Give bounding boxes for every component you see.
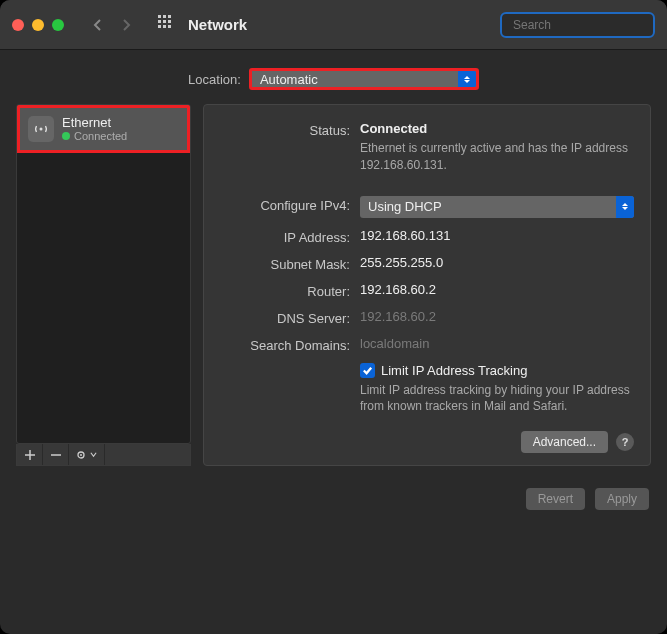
svg-rect-2: [168, 15, 171, 18]
revert-button[interactable]: Revert: [526, 488, 585, 510]
limit-ip-tracking-label: Limit IP Address Tracking: [381, 363, 527, 378]
check-icon: [362, 365, 373, 376]
window-footer: Revert Apply: [0, 478, 667, 510]
svg-rect-8: [168, 25, 171, 28]
svg-rect-5: [168, 20, 171, 23]
svg-rect-3: [158, 20, 161, 23]
svg-rect-7: [163, 25, 166, 28]
window-controls: [12, 19, 64, 31]
router-value: 192.168.60.2: [360, 282, 634, 297]
show-all-button[interactable]: [158, 15, 174, 34]
sidebar: Ethernet Connected: [16, 104, 191, 466]
sidebar-footer: [16, 444, 191, 466]
chevron-updown-icon: [458, 71, 476, 87]
ip-address-label: IP Address:: [220, 228, 350, 245]
search-field[interactable]: [500, 12, 655, 38]
subnet-mask-value: 255.255.255.0: [360, 255, 634, 270]
back-button[interactable]: [88, 15, 108, 35]
ip-address-value: 192.168.60.131: [360, 228, 634, 243]
connection-list[interactable]: Ethernet Connected: [16, 104, 191, 444]
forward-button[interactable]: [116, 15, 136, 35]
status-value: Connected: [360, 121, 427, 136]
connection-status: Connected: [62, 130, 127, 142]
help-button[interactable]: ?: [616, 433, 634, 451]
svg-point-13: [80, 454, 82, 456]
apply-button[interactable]: Apply: [595, 488, 649, 510]
network-preferences-window: Network Location: Automatic: [0, 0, 667, 634]
svg-rect-0: [158, 15, 161, 18]
connection-actions-button[interactable]: [69, 444, 105, 465]
limit-ip-tracking-description: Limit IP address tracking by hiding your…: [360, 382, 634, 416]
status-description: Ethernet is currently active and has the…: [360, 140, 634, 174]
status-dot-icon: [62, 132, 70, 140]
minimize-button[interactable]: [32, 19, 44, 31]
location-label: Location:: [188, 72, 241, 87]
connection-name: Ethernet: [62, 116, 127, 130]
zoom-button[interactable]: [52, 19, 64, 31]
search-domains-value: localdomain: [360, 336, 634, 351]
location-select[interactable]: Automatic: [249, 68, 479, 90]
chevron-updown-icon: [616, 196, 634, 218]
svg-rect-4: [163, 20, 166, 23]
search-domains-label: Search Domains:: [220, 336, 350, 353]
details-panel: Status: Connected Ethernet is currently …: [203, 104, 651, 466]
search-input[interactable]: [513, 18, 663, 32]
chevron-down-icon: [90, 451, 97, 458]
titlebar: Network: [0, 0, 667, 50]
add-connection-button[interactable]: [17, 444, 43, 465]
location-value: Automatic: [260, 72, 318, 87]
dns-server-value: 192.168.60.2: [360, 309, 634, 324]
svg-point-11: [40, 128, 43, 131]
sidebar-item-ethernet[interactable]: Ethernet Connected: [17, 105, 190, 153]
window-title: Network: [188, 16, 247, 33]
svg-rect-1: [163, 15, 166, 18]
subnet-mask-label: Subnet Mask:: [220, 255, 350, 272]
configure-ipv4-label: Configure IPv4:: [220, 196, 350, 213]
status-label: Status:: [220, 121, 350, 138]
ethernet-icon: [28, 116, 54, 142]
location-row: Location: Automatic: [0, 50, 667, 104]
close-button[interactable]: [12, 19, 24, 31]
svg-rect-6: [158, 25, 161, 28]
remove-connection-button[interactable]: [43, 444, 69, 465]
dns-server-label: DNS Server:: [220, 309, 350, 326]
router-label: Router:: [220, 282, 350, 299]
advanced-button[interactable]: Advanced...: [521, 431, 608, 453]
limit-ip-tracking-checkbox[interactable]: [360, 363, 375, 378]
configure-ipv4-select[interactable]: Using DHCP: [360, 196, 634, 218]
